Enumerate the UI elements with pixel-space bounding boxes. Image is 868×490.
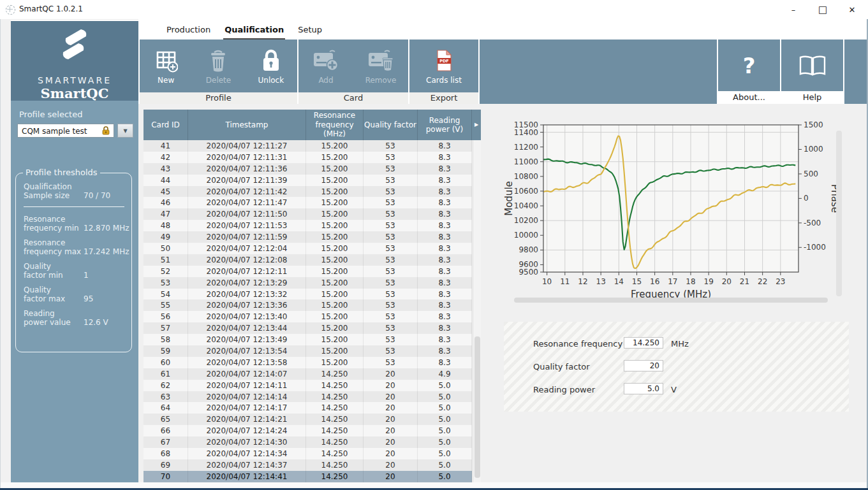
table-cell: 20	[364, 368, 418, 380]
chart-vertical-scrollbar[interactable]	[836, 131, 842, 296]
table-row[interactable]: 682020/04/07 12:14:3414.250205.0	[143, 448, 472, 459]
about-button[interactable]: ? About...	[718, 40, 780, 104]
column-header-quality-factor[interactable]: Quality factor	[364, 110, 418, 140]
table-cell: 5.0	[418, 391, 472, 403]
table-cell: 2020/04/07 12:11:59	[188, 231, 306, 243]
table-row[interactable]: 612020/04/07 12:14:0714.250204.9	[143, 368, 472, 380]
table-row[interactable]: 512020/04/07 12:12:0815.200538.3	[143, 254, 472, 266]
table-row[interactable]: 552020/04/07 12:13:3615.200538.3	[143, 299, 472, 311]
table-cell: 14.250	[306, 436, 364, 448]
toolbar: New Delete	[138, 40, 867, 104]
svg-text:20: 20	[722, 277, 732, 286]
table-row[interactable]: 582020/04/07 12:13:4915.200538.3	[143, 334, 472, 345]
scroll-right-icon[interactable]: ▶	[474, 122, 478, 128]
resonance-frequency-field[interactable]	[624, 337, 663, 349]
toolbar-group-profile: New Delete	[140, 40, 297, 104]
window-title: SmartQC 1.0.2.1	[19, 4, 83, 13]
profile-selected-label: Profile selected	[19, 110, 82, 119]
table-cell: 50	[143, 243, 188, 254]
table-row[interactable]: 532020/04/07 12:13:2915.200538.3	[143, 277, 472, 289]
table-cell: 53	[364, 277, 418, 289]
table-row[interactable]: 412020/04/07 12:11:2715.200538.3	[143, 140, 472, 152]
table-scrollbar-thumb[interactable]	[474, 336, 480, 478]
table-row[interactable]: 542020/04/07 12:13:3215.200538.3	[143, 289, 472, 300]
table-cell: 8.3	[418, 197, 472, 208]
table-row[interactable]: 522020/04/07 12:12:1115.200538.3	[143, 266, 472, 277]
resonance-frequency-label: Resonance frequency	[533, 339, 622, 349]
reading-power-field[interactable]	[624, 383, 663, 394]
table-row[interactable]: 692020/04/07 12:14:3714.250205.0	[143, 459, 472, 471]
table-row[interactable]: 642020/04/07 12:14:1714.250205.0	[143, 402, 472, 414]
unlock-button[interactable]: Unlock	[248, 47, 294, 85]
trash-icon	[207, 47, 229, 74]
table-cell: 55	[143, 299, 188, 311]
new-button[interactable]: New	[143, 47, 189, 85]
svg-text:16: 16	[650, 277, 659, 286]
table-cell: 53	[364, 152, 418, 163]
tab-setup[interactable]: Setup	[297, 25, 323, 40]
table-row[interactable]: 492020/04/07 12:11:5915.200538.3	[143, 231, 472, 243]
delete-button-label: Delete	[206, 76, 231, 85]
table-cell: 51	[143, 254, 188, 266]
column-header-card-id[interactable]: Card ID	[143, 110, 188, 140]
resonance-chart: 1150011400112001100010800106001040010200…	[504, 113, 848, 305]
thresholds-rows: QualificationSample size70 / 70Resonance…	[24, 182, 124, 333]
table-cell: 58	[143, 334, 188, 345]
toolbar-group-card: Add Remove	[298, 40, 408, 104]
table-row[interactable]: 452020/04/07 12:11:4215.200538.3	[143, 186, 472, 198]
chart-horizontal-scrollbar[interactable]	[514, 298, 828, 303]
table-row[interactable]: 652020/04/07 12:14:2114.250205.0	[143, 414, 472, 425]
help-button[interactable]: Help	[781, 40, 843, 104]
new-table-icon	[154, 47, 178, 74]
table-row[interactable]: 602020/04/07 12:13:5815.200538.3	[143, 357, 472, 368]
table-cell: 43	[143, 163, 188, 175]
table-row[interactable]: 592020/04/07 12:13:5415.200538.3	[143, 345, 472, 357]
table-row[interactable]: 432020/04/07 12:11:3615.200538.3	[143, 163, 472, 175]
table-row[interactable]: 672020/04/07 12:14:3014.250205.0	[143, 436, 472, 448]
cards-list-button[interactable]: PDF Cards list	[421, 47, 467, 85]
tab-qualification[interactable]: Qualification	[223, 25, 285, 40]
delete-button[interactable]: Delete	[195, 47, 241, 85]
profile-dropdown-button[interactable]: ▼	[117, 124, 133, 138]
table-row[interactable]: 472020/04/07 12:11:5015.200538.3	[143, 208, 472, 220]
table-cell: 2020/04/07 12:14:07	[188, 368, 306, 380]
table-row[interactable]: 422020/04/07 12:11:3115.200538.3	[143, 152, 472, 163]
profile-select-value[interactable]: CQM sample test	[17, 124, 114, 138]
add-card-button[interactable]: Add	[303, 47, 349, 85]
svg-text:1000: 1000	[804, 145, 823, 154]
table-header: Card ID Timestamp Resonance frequency (M…	[143, 110, 481, 140]
quality-factor-field[interactable]	[624, 360, 663, 371]
svg-text:22: 22	[758, 277, 767, 286]
minimize-button[interactable]: –	[779, 0, 808, 19]
table-row[interactable]: 662020/04/07 12:14:2414.250205.0	[143, 425, 472, 436]
svg-text:19: 19	[704, 277, 714, 286]
table-row[interactable]: 562020/04/07 12:13:4015.200538.3	[143, 311, 472, 322]
column-header-reading-power[interactable]: Reading power (V)	[418, 110, 472, 140]
table-cell: 20	[364, 402, 418, 414]
remove-card-button[interactable]: Remove	[358, 47, 404, 85]
table-cell: 8.3	[418, 231, 472, 243]
table-row[interactable]: 622020/04/07 12:14:1114.250205.0	[143, 380, 472, 391]
table-row[interactable]: 632020/04/07 12:14:1414.250205.0	[143, 391, 472, 403]
table-cell: 61	[143, 368, 188, 380]
maximize-button[interactable]: □	[808, 0, 837, 19]
table-cell: 53	[364, 163, 418, 175]
table-cell: 48	[143, 220, 188, 231]
table-row[interactable]: 482020/04/07 12:11:5315.200538.3	[143, 220, 472, 231]
resonance-frequency-unit: MHz	[671, 339, 689, 349]
table-cell: 20	[364, 380, 418, 391]
threshold-row: QualificationSample size70 / 70	[24, 182, 124, 200]
table-cell: 53	[364, 186, 418, 198]
close-button[interactable]: ✕	[837, 0, 867, 19]
table-row[interactable]: 502020/04/07 12:12:0415.200538.3	[143, 243, 472, 254]
column-header-resonance-frequency[interactable]: Resonance frequency (MHz)	[306, 110, 364, 140]
table-row[interactable]: 702020/04/07 12:14:4114.250205.0	[143, 471, 472, 482]
table-row[interactable]: 572020/04/07 12:13:4415.200538.3	[143, 322, 472, 334]
column-header-timestamp[interactable]: Timestamp	[188, 110, 306, 140]
tab-production[interactable]: Production	[165, 25, 212, 40]
table-cell: 8.3	[418, 266, 472, 277]
card-add-icon	[313, 47, 339, 74]
table-scrollbar[interactable]	[473, 140, 481, 482]
table-row[interactable]: 442020/04/07 12:11:3915.200538.3	[143, 175, 472, 186]
table-row[interactable]: 462020/04/07 12:11:4715.200538.3	[143, 197, 472, 208]
